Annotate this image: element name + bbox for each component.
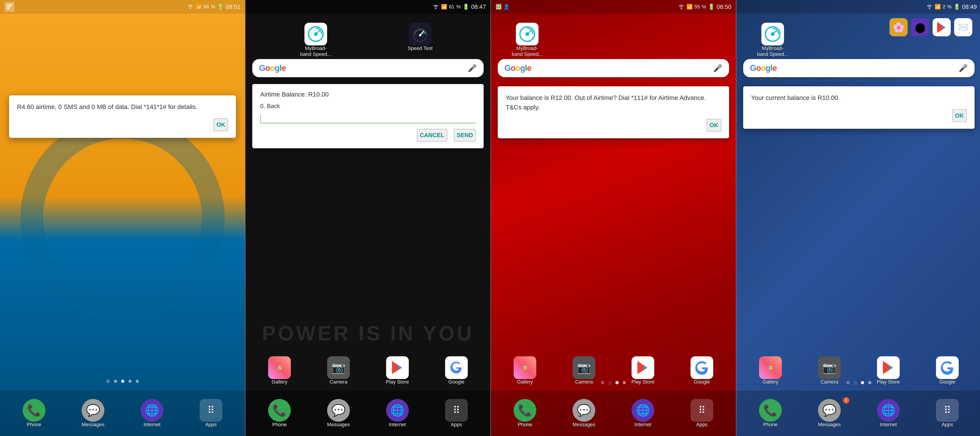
phone-icon-1: 📞 [23,399,45,422]
battery-percent-3: 55 [694,4,700,10]
google-shortcut-2[interactable]: Google [438,356,474,385]
wifi-icon-1 [187,4,194,9]
bottom-dock-2: 📞 Phone 💬 Messages 🌐 Internet ⠿ Apps [245,391,490,436]
dock-apps-2[interactable]: ⠿ Apps [438,399,474,428]
battery-icon-3: 🔋 [708,4,715,10]
apps-icon-3: ⠿ [690,399,713,422]
dock-apps-1[interactable]: ⠿ Apps [193,399,229,428]
bottom-dock-4: 📞 Phone 💬 1 Messages 🌐 Internet ⠿ Apps [737,391,980,436]
signal-icon-2: 📶 [441,4,447,10]
page-indicator-3: ≡ ⌂ [491,379,736,386]
input-cursor-2 [260,115,261,122]
google-app-icon-4 [936,356,959,379]
dock-internet-1[interactable]: 🌐 Internet [134,399,170,428]
battery-icon-2: 🔋 [463,4,469,10]
playstore-label-2: Play Store [386,379,409,385]
dock-messages-2[interactable]: 💬 Messages [320,399,356,428]
dock-messages-3[interactable]: 💬 Messages [566,399,602,428]
screen-1: 📶 66 % 🔋 08:51 R4.60 airtime, 0 SMS and … [0,0,245,436]
phone-icon-3: 📞 [514,399,536,422]
dock-apps-3[interactable]: ⠿ Apps [684,399,720,428]
signal-icon-3: 📶 [686,4,692,10]
svg-rect-2 [7,8,10,9]
camera-icon-4: 📷 [818,356,841,379]
messages-label-1: Messages [82,422,104,428]
dialog-4: Your current balance is R10.00. OK [743,86,975,129]
ok-button-4[interactable]: OK [952,109,967,122]
dock-apps-4[interactable]: ⠿ Apps [929,399,966,428]
svg-marker-14 [398,365,402,370]
ussd-title-2: Airtime Balance: R10.00 [260,91,476,98]
home-icon-3: ⌂ [608,380,611,386]
dock-internet-4[interactable]: 🌐 Internet [870,399,907,428]
apps-label-2: Apps [451,422,462,428]
ok-button-1[interactable]: OK [214,118,228,131]
dot-4-1-active [861,381,864,384]
phone-icon-2: 📞 [268,399,291,422]
messages-icon-2: 💬 [327,399,350,422]
gallery-icon-2: 🖼️ [268,356,291,379]
svg-marker-35 [889,365,893,370]
cancel-button-2[interactable]: CANCEL [417,129,447,142]
svg-rect-0 [7,5,12,6]
phone-label-2: Phone [272,422,287,428]
dock-phone-2[interactable]: 📞 Phone [261,399,298,428]
status-bar-2: 📶 61 % 🔋 08:47 [245,0,490,14]
messages-icon-3: 💬 [573,399,595,422]
camera-icon-3: 📷 [573,356,595,379]
hamburger-icon-3: ≡ [601,379,605,386]
signal-icon-1: 📶 [196,4,202,10]
camera-icon-2: 📷 [327,356,350,379]
playstore-shortcut-2[interactable]: Play Store [379,356,415,385]
google-logo-4: Google [750,63,777,73]
status-left-1 [5,2,14,12]
search-bar-4[interactable]: Google 🎤 [743,59,975,77]
mybroadband-app-3[interactable]: MyBroad-band Speed... [509,23,545,57]
dock-internet-2[interactable]: 🌐 Internet [379,399,415,428]
internet-label-2: Internet [389,422,406,428]
internet-label-3: Internet [635,422,652,428]
dock-phone-3[interactable]: 📞 Phone [507,399,543,428]
bottom-dock-1: 📞 Phone 💬 Messages 🌐 Internet ⠿ Apps [0,391,245,436]
wifi-icon-3 [678,4,685,9]
gallery-shortcut-2[interactable]: 🖼️ Gallery [261,356,298,385]
dock-phone-4[interactable]: 📞 Phone [752,399,789,428]
speedtest-app-2[interactable]: Speed Test [402,23,438,57]
ok-button-3[interactable]: OK [707,119,721,131]
messages-icon-1: 💬 [82,399,104,422]
dock-internet-3[interactable]: 🌐 Internet [625,399,661,428]
wifi-icon-2 [433,4,439,9]
mic-icon-2[interactable]: 🎤 [468,64,477,72]
time-2: 08:47 [471,3,486,10]
battery-unit-4: % [947,4,951,10]
dock-phone-1[interactable]: 📞 Phone [16,399,52,428]
dialog-buttons-1: OK [17,118,228,131]
flower-icon-4[interactable]: 🌸 [889,18,908,36]
search-bar-2[interactable]: Google 🎤 [252,59,484,77]
circle-icon-4[interactable]: ⬤ [911,18,929,36]
battery-percent-4: 2 [943,4,945,10]
search-bar-3[interactable]: Google 🎤 [498,59,729,77]
google-app-icon-2 [445,356,468,379]
dock-messages-4[interactable]: 💬 1 Messages [811,399,848,428]
ussd-input-2[interactable] [260,114,476,123]
mybroadband-icon-4 [761,23,784,45]
mybroadband-app-2[interactable]: MyBroad-band Speed... [298,23,334,57]
gmail-icon-4[interactable]: ✉️ [954,18,972,36]
mybroadband-app-4[interactable]: MyBroad-band Speed... [754,23,791,57]
send-button-2[interactable]: SEND [454,129,476,142]
mic-icon-4[interactable]: 🎤 [959,64,968,72]
signal-icon-4: 📶 [935,4,941,10]
notification-icons-3: 🖼️ 👤 [495,4,509,10]
play-icon-4[interactable] [932,18,951,36]
dock-messages-1[interactable]: 💬 Messages [75,399,111,428]
dot-1-2-active [121,380,124,383]
dialog-1: R4.60 airtime, 0 SMS and 0 MB of data. D… [9,95,236,138]
camera-shortcut-2[interactable]: 📷 Camera [320,356,356,385]
shortcut-bar-2: 🖼️ Gallery 📷 Camera Play Store Google [245,354,490,387]
mic-icon-3[interactable]: 🎤 [713,64,722,72]
status-bar-4: 📶 2 % 🔋 08:49 [737,0,980,14]
svg-marker-23 [644,365,648,370]
mybroadband-label-4: MyBroad-band Speed... [757,45,788,57]
bottom-dock-3: 📞 Phone 💬 Messages 🌐 Internet ⠿ Apps [491,391,736,436]
